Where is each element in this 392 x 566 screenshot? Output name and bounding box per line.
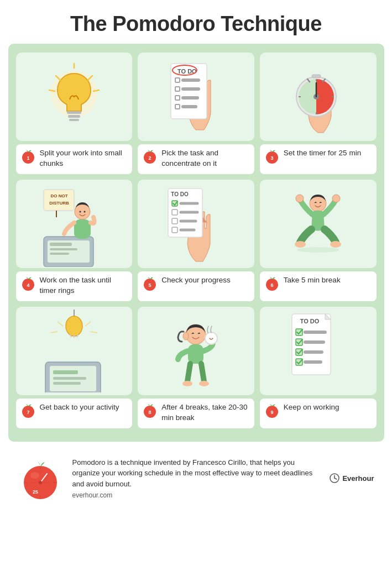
step-3-illustration [260, 53, 377, 141]
tomato-5: 5 [142, 275, 158, 291]
svg-rect-93 [188, 344, 203, 364]
svg-rect-3 [69, 119, 79, 121]
svg-point-96 [199, 381, 209, 386]
svg-point-92 [183, 332, 189, 340]
step-6: 6 Take 5 min break [260, 180, 377, 301]
svg-point-49 [83, 211, 85, 212]
svg-rect-81 [53, 370, 78, 374]
laptop-icon [41, 310, 107, 392]
svg-text:8: 8 [149, 410, 151, 415]
svg-point-75 [66, 316, 82, 336]
tomato-4: 4 [20, 275, 36, 291]
svg-text:5: 5 [149, 282, 151, 288]
svg-point-70 [332, 195, 340, 202]
step-1-text: Split your work into small chunks [40, 148, 128, 169]
step-9-label: 9 Keep on working [260, 399, 377, 428]
brand-name: Everhour [342, 474, 374, 483]
timer-icon [288, 58, 348, 135]
svg-point-69 [296, 195, 304, 202]
svg-line-88 [91, 332, 97, 333]
step-9-text: Keep on working [284, 402, 339, 413]
row-2: DO NOT DISTURB [16, 180, 377, 301]
svg-rect-2 [68, 115, 80, 118]
meditation-icon [285, 182, 351, 265]
svg-point-94 [205, 332, 217, 344]
svg-text:TO DO: TO DO [300, 318, 320, 324]
svg-line-85 [58, 322, 63, 326]
svg-rect-37 [44, 190, 74, 211]
svg-rect-82 [53, 377, 86, 380]
step-8-illustration [138, 307, 254, 395]
svg-rect-43 [50, 243, 72, 246]
tomato-3: 3 [264, 148, 280, 164]
svg-line-86 [85, 322, 91, 326]
svg-text:TO DO: TO DO [171, 191, 189, 197]
step-5: TO DO [138, 180, 254, 301]
footer-text-block: Pomodoro is a technique invented by Fran… [72, 457, 320, 500]
footer-url: everhour.com [72, 491, 320, 499]
step-6-illustration [260, 180, 377, 268]
step-3-label: 3 Set the timer for 25 min [260, 144, 377, 174]
step-3: 3 Set the timer for 25 min [260, 53, 377, 174]
step-1-illustration [16, 53, 133, 141]
step-7: 7 Get back to your activity [16, 307, 133, 428]
main-content: 1 Split your work into small chunks TO D… [8, 44, 384, 442]
step-5-text: Check your progress [161, 275, 231, 286]
svg-point-121 [39, 481, 42, 484]
step-1-label: 1 Split your work into small chunks [16, 144, 133, 174]
step-4-illustration: DO NOT DISTURB [16, 180, 133, 268]
svg-point-71 [297, 247, 339, 253]
todo-list-icon: TO DO [165, 58, 226, 135]
step-2-text: Pick the task and concentrate on it [161, 148, 250, 169]
svg-point-67 [295, 241, 306, 248]
svg-line-87 [51, 332, 58, 333]
row-1: 1 Split your work into small chunks TO D… [16, 53, 377, 174]
step-6-label: 6 Take 5 min break [260, 271, 377, 301]
step-5-illustration: TO DO [138, 180, 254, 268]
tomato-8: 8 [142, 402, 158, 418]
tomato-1: 1 [20, 148, 36, 164]
svg-rect-83 [53, 382, 81, 385]
tomato-7: 7 [20, 402, 36, 418]
step-8: 8 After 4 breaks, take 20-30 min break [138, 307, 254, 428]
step-6-text: Take 5 min break [284, 275, 341, 286]
step-9: TO DO [260, 307, 377, 428]
svg-line-125 [334, 478, 337, 479]
svg-text:25: 25 [33, 489, 38, 495]
footer: 25 Pomodoro is a technique invented by F… [8, 447, 384, 509]
footer-brand: Everhour [330, 473, 374, 483]
svg-text:2: 2 [149, 155, 151, 161]
step-4-label: 4 Work on the task until timer rings [16, 271, 133, 301]
svg-text:DO NOT: DO NOT [50, 193, 67, 198]
svg-rect-47 [74, 219, 91, 239]
svg-point-114 [30, 472, 39, 479]
footer-description: Pomodoro is a technique invented by Fran… [72, 457, 320, 490]
step-7-text: Get back to your activity [40, 402, 119, 413]
step-8-label: 8 After 4 breaks, take 20-30 min break [138, 399, 254, 428]
svg-rect-32 [312, 75, 321, 78]
todo-list2-icon: TO DO [288, 311, 348, 391]
svg-point-95 [182, 381, 192, 386]
step-1: 1 Split your work into small chunks [16, 53, 133, 174]
svg-text:1: 1 [27, 155, 29, 161]
row-3: 7 Get back to your activity [16, 307, 377, 428]
step-2: TO DO [138, 53, 254, 174]
step-2-label: 2 Pick the task and concentrate on it [138, 144, 254, 174]
svg-point-68 [330, 241, 341, 248]
step-7-label: 7 Get back to your activity [16, 399, 133, 428]
svg-text:3: 3 [270, 155, 273, 161]
coffee-icon [163, 310, 229, 392]
page-title: The Pomodoro Technique [0, 0, 392, 44]
step-4: DO NOT DISTURB [16, 180, 133, 301]
footer-tomato-icon: 25 [18, 456, 62, 500]
lightbulb-icon [44, 58, 104, 135]
step-9-illustration: TO DO [260, 307, 377, 395]
svg-text:4: 4 [27, 282, 29, 288]
step-5-label: 5 Check your progress [138, 271, 254, 301]
step-7-illustration [16, 307, 133, 395]
svg-text:6: 6 [270, 282, 273, 288]
do-not-disturb-icon: DO NOT DISTURB [41, 181, 107, 267]
tomato-2: 2 [142, 148, 158, 164]
svg-text:9: 9 [270, 410, 273, 415]
svg-rect-1 [67, 111, 81, 114]
